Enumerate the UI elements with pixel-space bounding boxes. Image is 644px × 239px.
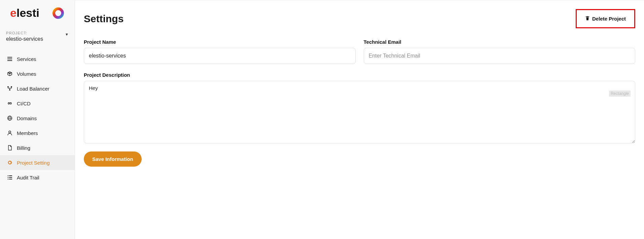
svg-point-6: [11, 86, 12, 88]
delete-project-label: Delete Project: [592, 16, 626, 22]
infinity-icon: [7, 100, 13, 106]
gear-icon: [7, 160, 13, 166]
svg-point-7: [9, 89, 10, 91]
svg-text:elesti: elesti: [10, 7, 39, 19]
project-name-label: Project Name: [84, 39, 356, 45]
save-information-button[interactable]: Save Information: [84, 151, 142, 167]
sidebar-item-load-balancer[interactable]: Load Balancer: [0, 81, 75, 96]
svg-point-11: [9, 131, 11, 133]
delete-highlight-box: Delete Project: [576, 9, 635, 28]
sidebar-item-audit-trail[interactable]: Audit Trail: [0, 170, 75, 185]
sidebar-item-label: Domains: [17, 115, 37, 121]
sidebar-item-label: Load Balancer: [17, 86, 49, 92]
sidebar-item-cicd[interactable]: CI/CD: [0, 96, 75, 111]
svg-rect-17: [9, 179, 12, 179]
project-description-input[interactable]: [84, 81, 635, 143]
svg-point-12: [8, 175, 9, 176]
box-icon: [7, 71, 13, 77]
file-icon: [7, 145, 13, 151]
svg-rect-4: [7, 60, 12, 61]
list-icon: [7, 56, 13, 62]
svg-point-16: [8, 179, 9, 180]
sidebar-nav: Services Volumes Load Balancer CI/CD Dom…: [0, 52, 75, 185]
svg-point-5: [7, 86, 9, 88]
svg-rect-15: [9, 177, 12, 178]
sidebar-item-label: Members: [17, 130, 38, 136]
sidebar-item-project-setting[interactable]: Project Setting: [0, 155, 75, 170]
sidebar-item-members[interactable]: Members: [0, 126, 75, 140]
page-header: Settings Delete Project: [84, 9, 635, 28]
sidebar: elesti PROJECT: elestio-services ▼ Servi…: [0, 0, 75, 239]
delete-project-button[interactable]: Delete Project: [580, 12, 631, 25]
main-content: Settings Delete Project Project Name Tec…: [75, 0, 644, 239]
user-icon: [7, 130, 13, 136]
globe-icon: [7, 115, 13, 121]
technical-email-field: Technical Email: [364, 39, 636, 64]
sidebar-item-label: Volumes: [17, 71, 36, 77]
rectangle-tag: Rectangle: [609, 91, 631, 97]
page-title: Settings: [84, 13, 123, 25]
sidebar-item-label: Services: [17, 56, 36, 62]
sidebar-item-billing[interactable]: Billing: [0, 140, 75, 155]
sidebar-item-label: CI/CD: [17, 101, 31, 106]
sidebar-item-domains[interactable]: Domains: [0, 111, 75, 126]
project-name: elestio-services: [6, 36, 69, 42]
sidebar-item-services[interactable]: Services: [0, 52, 75, 66]
project-description-label: Project Description: [84, 72, 635, 78]
brand-logo: elesti: [0, 0, 75, 24]
technical-email-input[interactable]: [364, 48, 636, 64]
svg-rect-2: [7, 57, 12, 58]
audit-icon: [7, 174, 13, 180]
svg-rect-13: [9, 175, 12, 176]
project-description-field: Project Description Rectangle: [84, 72, 635, 145]
project-selector[interactable]: PROJECT: elestio-services ▼: [0, 24, 75, 43]
trash-icon: [585, 16, 590, 22]
caret-down-icon: ▼: [65, 32, 69, 36]
form-row-1: Project Name Technical Email: [84, 39, 635, 64]
project-name-input[interactable]: [84, 48, 356, 64]
svg-point-14: [8, 177, 9, 178]
balance-icon: [7, 86, 13, 92]
svg-point-1: [54, 9, 63, 18]
project-label: PROJECT:: [6, 31, 69, 35]
sidebar-item-label: Audit Trail: [17, 175, 39, 180]
project-name-field: Project Name: [84, 39, 356, 64]
sidebar-item-volumes[interactable]: Volumes: [0, 66, 75, 81]
sidebar-item-label: Billing: [17, 145, 30, 151]
technical-email-label: Technical Email: [364, 39, 636, 45]
sidebar-item-label: Project Setting: [17, 160, 50, 166]
svg-rect-3: [7, 59, 12, 59]
